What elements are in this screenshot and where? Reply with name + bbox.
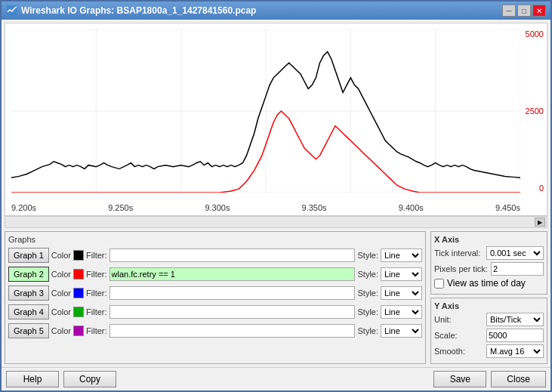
help-button[interactable]: Help	[6, 371, 59, 387]
unit-select[interactable]: Bits/Tick	[486, 313, 544, 326]
graph4-color-box[interactable]	[73, 307, 84, 317]
titlebar-buttons: ─ □ ✕	[502, 5, 546, 17]
chart-svg	[11, 29, 520, 193]
main-window: Wireshark IO Graphs: BSAP1800a_1_1427841…	[0, 0, 552, 392]
right-panel: X Axis Tick interval: 0.001 sec Pixels p…	[430, 231, 547, 364]
graph1-style-label: Style:	[357, 251, 378, 260]
footer-buttons: Help Copy Save Close	[2, 367, 550, 390]
y-axis-labels: 5000 2500 0	[526, 29, 544, 193]
chart-inner	[11, 29, 520, 193]
graph2-button[interactable]: Graph 2	[8, 267, 49, 282]
chart-area: 5000 2500 0 9.200s 9.250s 9.300s 9.350s …	[5, 23, 547, 216]
x-axis-labels: 9.200s 9.250s 9.300s 9.350s 9.400s 9.450…	[11, 203, 520, 212]
graph2-style-label: Style:	[357, 270, 378, 279]
view-as-time-label: View as time of day	[447, 278, 526, 289]
x-axis-section: X Axis Tick interval: 0.001 sec Pixels p…	[430, 231, 547, 295]
smooth-select[interactable]: M.avg 16	[486, 344, 544, 358]
view-as-time-row: View as time of day	[434, 278, 544, 289]
graph4-filter-label: Filter:	[86, 307, 107, 316]
graph1-style-select[interactable]: Line	[381, 248, 422, 262]
tick-interval-label: Tick interval:	[434, 248, 483, 258]
y-label-5000: 5000	[526, 29, 544, 39]
x-axis-title: X Axis	[434, 235, 544, 244]
graph5-button[interactable]: Graph 5	[8, 323, 49, 338]
graph5-filter-label: Filter:	[86, 326, 107, 335]
graph-row-4: Graph 4 Color Filter: Style: Line	[8, 304, 422, 320]
x-label-5: 9.450s	[495, 203, 520, 212]
graph4-style-select[interactable]: Line	[381, 305, 422, 319]
graph1-color-box[interactable]	[73, 250, 84, 261]
graph-row-2: Graph 2 Color Filter: Style: Line	[8, 266, 422, 282]
smooth-label: Smooth:	[434, 347, 483, 356]
graph3-style-label: Style:	[357, 289, 378, 298]
pixels-per-tick-label: Pixels per tick:	[434, 264, 488, 273]
app-icon	[6, 5, 18, 17]
graph4-style-label: Style:	[357, 307, 378, 316]
graph2-color-box[interactable]	[73, 269, 84, 279]
window-title: Wireshark IO Graphs: BSAP1800a_1_1427841…	[21, 5, 256, 16]
graph4-color-label: Color	[51, 307, 71, 316]
graph4-button[interactable]: Graph 4	[8, 304, 49, 319]
graph1-button[interactable]: Graph 1	[8, 248, 49, 263]
graph3-filter-label: Filter:	[86, 289, 107, 298]
save-button[interactable]: Save	[433, 371, 486, 387]
bottom-panel: Graphs Graph 1 Color Filter: Style: Line…	[2, 228, 550, 367]
x-label-4: 9.400s	[399, 203, 424, 212]
graph1-filter-input[interactable]	[109, 248, 356, 262]
graph2-filter-label: Filter:	[86, 270, 107, 279]
graph3-filter-input[interactable]	[109, 286, 356, 300]
close-window-button[interactable]: ✕	[532, 5, 546, 17]
graph5-style-label: Style:	[357, 326, 378, 335]
titlebar-left: Wireshark IO Graphs: BSAP1800a_1_1427841…	[6, 5, 256, 17]
x-axis-tick-row: Tick interval: 0.001 sec	[434, 246, 544, 260]
scale-label: Scale:	[434, 331, 483, 340]
graph-row-5: Graph 5 Color Filter: Style: Line	[8, 323, 422, 339]
y-axis-section: Y Axis Unit: Bits/Tick Scale: Smooth:	[430, 298, 547, 364]
x-axis-pixels-row: Pixels per tick:	[434, 262, 544, 276]
y-axis-scale-row: Scale:	[434, 329, 544, 342]
tick-interval-select[interactable]: 0.001 sec	[486, 246, 544, 260]
copy-button[interactable]: Copy	[63, 371, 116, 387]
graph1-filter-label: Filter:	[86, 251, 107, 260]
graph2-style-select[interactable]: Line	[381, 267, 422, 281]
graph-row-1: Graph 1 Color Filter: Style: Line	[8, 247, 422, 264]
maximize-button[interactable]: □	[517, 5, 531, 17]
view-as-time-checkbox[interactable]	[434, 279, 444, 289]
graphs-section: Graphs Graph 1 Color Filter: Style: Line…	[5, 231, 426, 364]
titlebar: Wireshark IO Graphs: BSAP1800a_1_1427841…	[2, 2, 550, 20]
graph5-color-box[interactable]	[73, 326, 84, 336]
y-label-0: 0	[539, 184, 544, 193]
graph-row-3: Graph 3 Color Filter: Style: Line	[8, 285, 422, 301]
content-area: 5000 2500 0 9.200s 9.250s 9.300s 9.350s …	[2, 20, 550, 390]
pixels-per-tick-input[interactable]	[491, 262, 544, 276]
graph3-color-box[interactable]	[73, 288, 84, 298]
graph5-style-select[interactable]: Line	[381, 324, 422, 338]
y-axis-unit-row: Unit: Bits/Tick	[434, 313, 544, 326]
graph3-color-label: Color	[51, 289, 71, 298]
scroll-right-button[interactable]: ▶	[535, 218, 545, 227]
close-button[interactable]: Close	[491, 371, 546, 387]
y-axis-smooth-row: Smooth: M.avg 16	[434, 344, 544, 358]
x-label-1: 9.250s	[108, 203, 133, 212]
y-label-2500: 2500	[526, 106, 544, 116]
graph5-filter-input[interactable]	[109, 324, 356, 338]
scrollbar-area[interactable]: ▶	[5, 216, 547, 228]
y-axis-title: Y Axis	[434, 301, 544, 310]
graph1-color-label: Color	[51, 251, 71, 260]
unit-label: Unit:	[434, 315, 483, 324]
x-label-3: 9.350s	[302, 203, 327, 212]
graph5-color-label: Color	[51, 326, 71, 335]
footer-right: Save Close	[433, 371, 546, 387]
x-label-2: 9.300s	[205, 203, 230, 212]
graphs-section-title: Graphs	[8, 235, 422, 244]
graph3-button[interactable]: Graph 3	[8, 286, 49, 301]
graph2-filter-input[interactable]	[109, 267, 356, 281]
graph2-color-label: Color	[51, 270, 71, 279]
x-label-0: 9.200s	[11, 203, 36, 212]
graph4-filter-input[interactable]	[109, 305, 356, 319]
graph3-style-select[interactable]: Line	[381, 286, 422, 300]
scale-input[interactable]	[486, 329, 544, 342]
minimize-button[interactable]: ─	[502, 5, 516, 17]
